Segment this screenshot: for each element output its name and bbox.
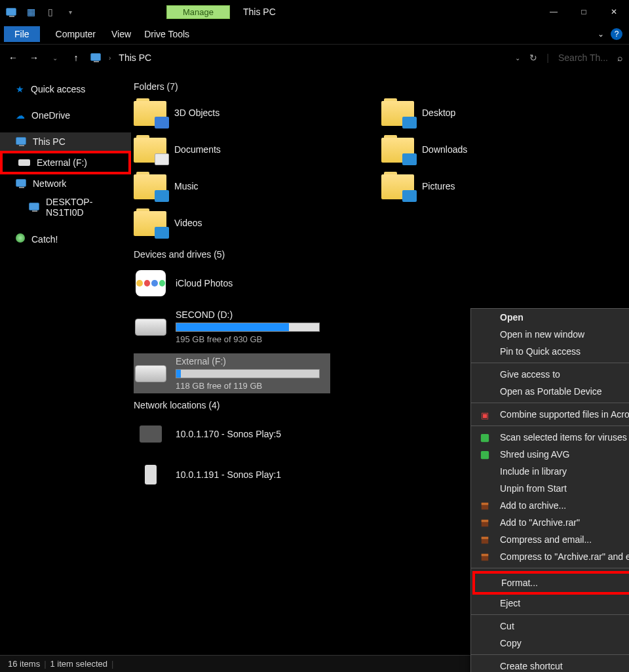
status-separator: | bbox=[44, 659, 46, 669]
sidebar-item-catch[interactable]: Catch! bbox=[0, 229, 131, 248]
drive-label: External (F:) bbox=[176, 356, 320, 366]
svg-rect-9 bbox=[482, 554, 489, 557]
view-tab[interactable]: View bbox=[111, 29, 131, 39]
sidebar-item-quick-access[interactable]: ★ Quick access bbox=[0, 80, 131, 98]
menu-item-shred-avg[interactable]: Shred using AVG bbox=[471, 446, 629, 463]
device-icon bbox=[134, 420, 168, 448]
network-item-sonos5[interactable]: 10.0.1.170 - Sonos Play:5 bbox=[134, 417, 330, 451]
drive-tools-tab[interactable]: Drive Tools bbox=[144, 29, 189, 39]
menu-item-open[interactable]: Open bbox=[471, 309, 629, 326]
address-bar: ← → ⌄ ↑ › This PC ⌄ ↻ | Search Th... ⌕ bbox=[0, 45, 629, 71]
ribbon-expand-icon[interactable]: ⌄ bbox=[598, 30, 604, 39]
section-header-folders[interactable]: Folders (7) bbox=[131, 81, 629, 98]
status-selected-count: 1 item selected bbox=[50, 659, 107, 669]
star-icon: ★ bbox=[16, 84, 24, 94]
sidebar-item-desktop-host[interactable]: DESKTOP-NS1TI0D bbox=[0, 193, 131, 222]
qat-new-icon[interactable]: ▯ bbox=[45, 6, 56, 18]
folder-icon bbox=[381, 98, 414, 127]
menu-item-eject[interactable]: Eject bbox=[471, 595, 629, 612]
sidebar-item-network[interactable]: Network bbox=[0, 174, 131, 193]
address-dropdown-icon[interactable]: ⌄ bbox=[515, 54, 520, 62]
folder-label: Downloads bbox=[422, 144, 467, 155]
archive-icon bbox=[479, 517, 491, 529]
maximize-button[interactable]: □ bbox=[569, 0, 599, 24]
sidebar-item-external[interactable]: External (F:) bbox=[3, 153, 128, 172]
breadcrumb-separator-icon[interactable]: › bbox=[109, 54, 111, 62]
menu-item-combine-acrobat[interactable]: ▣Combine supported files in Acrobat... bbox=[471, 406, 629, 423]
folder-3d-objects[interactable]: 3D Objects bbox=[134, 98, 330, 127]
sidebar-item-label: OneDrive bbox=[31, 110, 70, 121]
sidebar-item-this-pc[interactable]: This PC bbox=[0, 132, 131, 151]
search-input[interactable]: Search Th... bbox=[558, 52, 608, 63]
drive-icloud-photos[interactable]: iCloud Photos bbox=[134, 266, 330, 300]
menu-item-open-portable[interactable]: Open as Portable Device bbox=[471, 383, 629, 400]
menu-item-compress-email[interactable]: Compress and email... bbox=[471, 531, 629, 548]
folder-desktop[interactable]: Desktop bbox=[381, 98, 578, 127]
qat-chevron-icon[interactable]: ▾ bbox=[64, 6, 76, 18]
acrobat-icon: ▣ bbox=[479, 409, 491, 421]
menu-item-create-shortcut[interactable]: Create shortcut bbox=[471, 658, 629, 672]
qat-properties-icon[interactable]: ▦ bbox=[25, 6, 37, 18]
menu-item-compress-rar-email[interactable]: Compress to "Archive.rar" and email bbox=[471, 548, 629, 565]
breadcrumb-pc-icon[interactable] bbox=[90, 52, 101, 63]
folder-pictures[interactable]: Pictures bbox=[381, 172, 578, 201]
context-menu: Open Open in new window Pin to Quick acc… bbox=[470, 308, 629, 672]
folder-music[interactable]: Music bbox=[134, 172, 330, 201]
menu-item-give-access[interactable]: Give access to› bbox=[471, 366, 629, 383]
recent-locations-icon[interactable]: ⌄ bbox=[48, 54, 62, 62]
sidebar-item-onedrive[interactable]: ☁ OneDrive bbox=[0, 106, 131, 125]
menu-item-copy[interactable]: Copy bbox=[471, 635, 629, 652]
manage-tab[interactable]: Manage bbox=[166, 5, 230, 19]
back-button[interactable]: ← bbox=[7, 52, 20, 63]
archive-icon bbox=[479, 534, 491, 546]
section-header-drives[interactable]: Devices and drives (5) bbox=[131, 249, 629, 266]
folder-label: 3D Objects bbox=[174, 108, 219, 118]
folder-icon bbox=[381, 135, 414, 164]
status-item-count: 16 items bbox=[8, 659, 40, 669]
folder-downloads[interactable]: Downloads bbox=[381, 135, 578, 164]
file-tab[interactable]: File bbox=[4, 26, 40, 42]
drive-free-text: 118 GB free of 119 GB bbox=[176, 381, 320, 391]
sidebar-item-label: DESKTOP-NS1TI0D bbox=[46, 197, 124, 218]
refresh-button[interactable]: ↻ bbox=[529, 52, 537, 63]
menu-item-add-archive-rar[interactable]: Add to "Archive.rar" bbox=[471, 514, 629, 531]
folder-icon bbox=[134, 172, 166, 201]
drive-external[interactable]: External (F:) 118 GB free of 119 GB bbox=[134, 353, 330, 393]
folder-documents[interactable]: Documents bbox=[134, 135, 330, 164]
svg-rect-7 bbox=[482, 537, 489, 540]
network-item-sonos1[interactable]: 10.0.1.191 - Sonos Play:1 bbox=[134, 458, 330, 492]
folder-label: Pictures bbox=[422, 181, 455, 191]
menu-item-include-library[interactable]: Include in library› bbox=[471, 463, 629, 480]
sidebar-item-label: External (F:) bbox=[37, 157, 87, 168]
up-button[interactable]: ↑ bbox=[69, 52, 83, 63]
quick-access-toolbar: ▦ ▯ ▾ bbox=[0, 6, 81, 18]
folder-icon bbox=[134, 135, 166, 164]
archive-icon bbox=[479, 551, 491, 563]
menu-separator bbox=[471, 568, 629, 568]
window-title: This PC bbox=[243, 7, 276, 17]
archive-icon bbox=[479, 500, 491, 512]
menu-item-format[interactable]: Format... bbox=[501, 574, 629, 591]
capacity-bar bbox=[176, 369, 320, 378]
network-icon bbox=[16, 178, 26, 189]
drive-label: SECOND (D:) bbox=[176, 309, 320, 320]
menu-item-add-archive[interactable]: Add to archive... bbox=[471, 497, 629, 514]
shred-icon bbox=[479, 449, 491, 461]
menu-item-unpin-start[interactable]: Unpin from Start bbox=[471, 480, 629, 497]
minimize-button[interactable]: — bbox=[539, 0, 569, 24]
folder-videos[interactable]: Videos bbox=[134, 208, 330, 237]
close-button[interactable]: ✕ bbox=[599, 0, 629, 24]
search-icon[interactable]: ⌕ bbox=[617, 52, 622, 63]
help-icon[interactable]: ? bbox=[611, 28, 622, 40]
forward-button[interactable]: → bbox=[28, 52, 41, 63]
menu-item-scan-viruses[interactable]: Scan selected items for viruses bbox=[471, 429, 629, 446]
breadcrumb[interactable]: This PC bbox=[119, 52, 151, 63]
menu-item-pin-quick-access[interactable]: Pin to Quick access bbox=[471, 343, 629, 360]
svg-rect-5 bbox=[482, 520, 489, 523]
drive-second[interactable]: SECOND (D:) 195 GB free of 930 GB bbox=[134, 307, 330, 347]
menu-item-cut[interactable]: Cut bbox=[471, 618, 629, 635]
menu-item-open-new-window[interactable]: Open in new window bbox=[471, 326, 629, 343]
drive-free-text: 195 GB free of 930 GB bbox=[176, 334, 320, 344]
folder-icon bbox=[381, 172, 414, 201]
computer-tab[interactable]: Computer bbox=[56, 29, 96, 39]
